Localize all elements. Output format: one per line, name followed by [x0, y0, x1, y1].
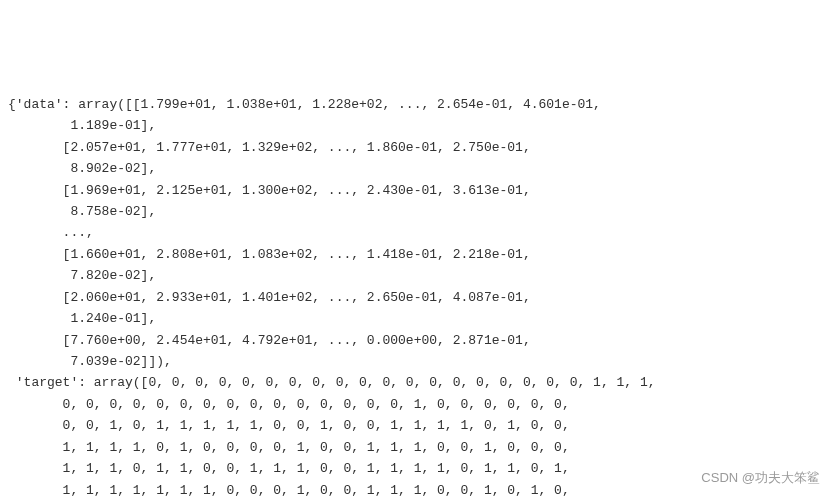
- output-line: 1, 1, 1, 1, 1, 1, 1, 0, 0, 0, 1, 0, 0, 1…: [8, 483, 570, 498]
- output-line: [7.760e+00, 2.454e+01, 4.792e+01, ..., 0…: [8, 333, 531, 348]
- output-line: 1.240e-01],: [8, 311, 156, 326]
- output-line: ...,: [8, 225, 94, 240]
- output-line: 8.758e-02],: [8, 204, 156, 219]
- output-line: 1.189e-01],: [8, 118, 156, 133]
- output-line: 'target': array([0, 0, 0, 0, 0, 0, 0, 0,…: [8, 375, 656, 390]
- output-line: 1, 1, 1, 1, 0, 1, 0, 0, 0, 0, 1, 0, 0, 1…: [8, 440, 570, 455]
- output-line: [1.660e+01, 2.808e+01, 1.083e+02, ..., 1…: [8, 247, 531, 262]
- output-line: 8.902e-02],: [8, 161, 156, 176]
- output-line: 7.820e-02],: [8, 268, 156, 283]
- output-line: 1, 1, 1, 0, 1, 1, 0, 0, 1, 1, 1, 0, 0, 1…: [8, 461, 570, 476]
- output-line: [2.057e+01, 1.777e+01, 1.329e+02, ..., 1…: [8, 140, 531, 155]
- output-line: [1.969e+01, 2.125e+01, 1.300e+02, ..., 2…: [8, 183, 531, 198]
- output-line: 0, 0, 0, 0, 0, 0, 0, 0, 0, 0, 0, 0, 0, 0…: [8, 397, 570, 412]
- code-output: {'data': array([[1.799e+01, 1.038e+01, 1…: [8, 94, 826, 500]
- output-line: 0, 0, 1, 0, 1, 1, 1, 1, 1, 0, 0, 1, 0, 0…: [8, 418, 570, 433]
- output-line: {'data': array([[1.799e+01, 1.038e+01, 1…: [8, 97, 601, 112]
- output-line: 7.039e-02]]),: [8, 354, 172, 369]
- output-line: [2.060e+01, 2.933e+01, 1.401e+02, ..., 2…: [8, 290, 531, 305]
